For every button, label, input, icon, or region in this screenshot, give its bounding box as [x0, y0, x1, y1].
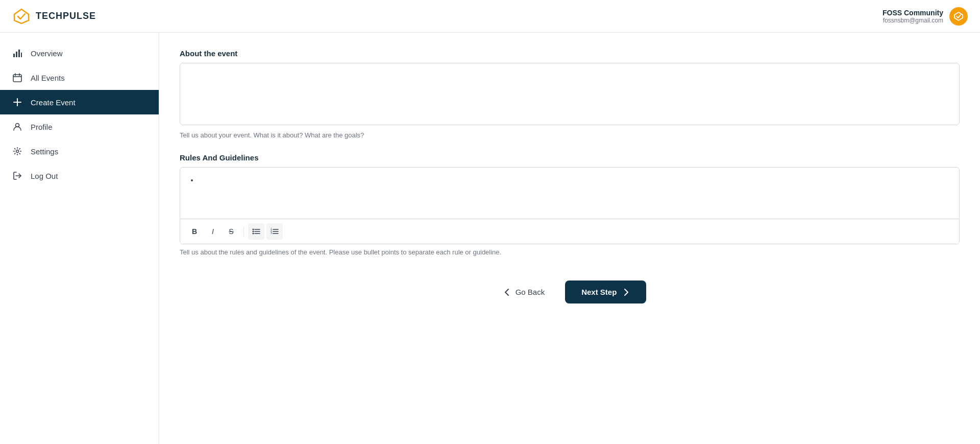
- italic-button[interactable]: I: [205, 223, 221, 240]
- svg-point-17: [253, 231, 254, 232]
- ordered-list-icon: 1. 2. 3.: [271, 227, 279, 236]
- svg-marker-0: [14, 9, 29, 24]
- logo-icon: [12, 7, 31, 26]
- user-icon: [12, 122, 22, 132]
- sidebar-item-log-out[interactable]: Log Out: [0, 163, 159, 188]
- next-step-button[interactable]: Next Step: [565, 281, 646, 303]
- app-header: TECHPULSE FOSS Community fossnsbm@gmail.…: [0, 0, 980, 33]
- arrow-right-icon: [622, 288, 630, 296]
- avatar[interactable]: [949, 7, 968, 26]
- rules-toolbar: B I S: [180, 219, 959, 244]
- plus-icon: [12, 97, 22, 107]
- next-step-label: Next Step: [581, 288, 617, 296]
- svg-point-15: [253, 229, 254, 230]
- svg-point-13: [16, 150, 19, 153]
- calendar-icon: [12, 73, 22, 83]
- arrow-left-icon: [503, 288, 511, 296]
- rules-section: Rules And Guidelines B I S: [180, 153, 960, 256]
- sidebar-item-label: Log Out: [31, 172, 58, 180]
- bold-button[interactable]: B: [186, 223, 203, 240]
- rules-editor-container: B I S: [180, 167, 960, 244]
- logo-text: TECHPULSE: [36, 11, 96, 21]
- user-info: FOSS Community fossnsbm@gmail.com: [883, 9, 943, 24]
- sidebar-item-create-event[interactable]: Create Event: [0, 90, 159, 114]
- bar-chart-icon: [12, 48, 22, 58]
- go-back-label: Go Back: [516, 288, 545, 296]
- svg-rect-3: [16, 52, 17, 57]
- logout-icon: [12, 171, 22, 181]
- sidebar: Overview All Events Create: [0, 33, 159, 444]
- svg-rect-6: [13, 75, 21, 82]
- about-event-hint: Tell us about your event. What is it abo…: [180, 131, 960, 139]
- about-event-label: About the event: [180, 49, 960, 58]
- main-layout: Overview All Events Create: [0, 33, 980, 444]
- bullet-list-button[interactable]: [248, 223, 264, 240]
- svg-rect-4: [18, 50, 20, 57]
- svg-text:3.: 3.: [271, 231, 273, 235]
- ordered-list-button[interactable]: 1. 2. 3.: [266, 223, 283, 240]
- bullet-list-icon: [252, 227, 260, 236]
- svg-point-19: [253, 233, 254, 235]
- svg-marker-1: [954, 12, 963, 20]
- about-event-section: About the event Tell us about your event…: [180, 49, 960, 139]
- bottom-actions: Go Back Next Step: [180, 281, 960, 303]
- sidebar-item-label: Overview: [31, 49, 63, 58]
- svg-rect-5: [21, 53, 22, 57]
- logo-area: TECHPULSE: [12, 7, 96, 26]
- sidebar-item-label: Settings: [31, 147, 58, 156]
- go-back-button[interactable]: Go Back: [493, 282, 555, 302]
- user-email: fossnsbm@gmail.com: [883, 17, 943, 24]
- gear-icon: [12, 146, 22, 156]
- sidebar-item-label: Create Event: [31, 98, 76, 107]
- rules-editor-area[interactable]: [180, 168, 959, 219]
- toolbar-separator: [243, 226, 244, 237]
- rules-label: Rules And Guidelines: [180, 153, 960, 162]
- sidebar-item-overview[interactable]: Overview: [0, 41, 159, 65]
- rules-hint: Tell us about the rules and guidelines o…: [180, 248, 960, 256]
- content-area: About the event Tell us about your event…: [159, 33, 980, 444]
- sidebar-item-settings[interactable]: Settings: [0, 139, 159, 163]
- svg-rect-2: [13, 54, 15, 57]
- about-event-input[interactable]: [180, 63, 960, 125]
- user-area: FOSS Community fossnsbm@gmail.com: [883, 7, 968, 26]
- sidebar-item-profile[interactable]: Profile: [0, 114, 159, 139]
- sidebar-item-all-events[interactable]: All Events: [0, 65, 159, 90]
- user-name: FOSS Community: [883, 9, 943, 17]
- strikethrough-button[interactable]: S: [223, 223, 239, 240]
- sidebar-item-label: All Events: [31, 74, 65, 82]
- sidebar-item-label: Profile: [31, 123, 53, 131]
